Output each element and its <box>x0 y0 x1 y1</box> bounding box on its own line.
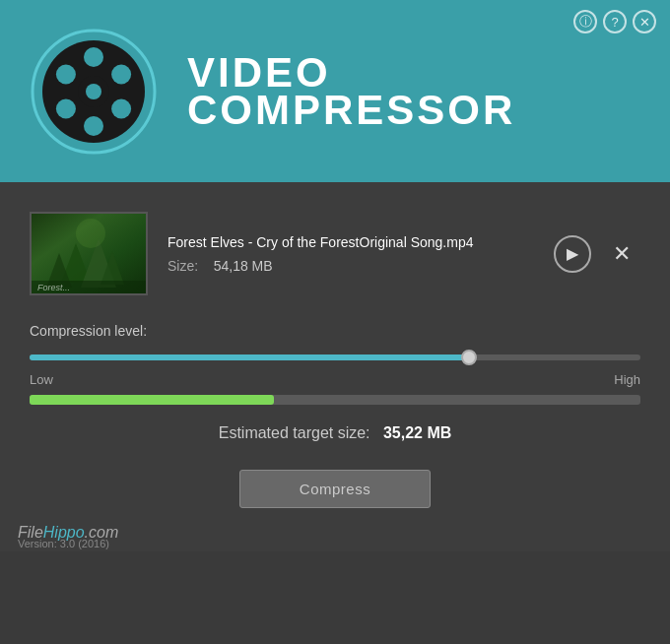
high-label: High <box>614 372 640 387</box>
logo-area: VIDEO COMPRESSOR <box>30 28 515 156</box>
compression-label: Compression level: <box>30 323 640 339</box>
svg-point-8 <box>56 98 76 118</box>
close-button[interactable]: ✕ <box>633 10 656 33</box>
play-button[interactable]: ▶ <box>554 235 591 273</box>
help-button[interactable]: ? <box>603 10 627 33</box>
estimated-size: Estimated target size: 35,22 MB <box>30 424 640 442</box>
compression-bar <box>30 395 640 405</box>
slider-labels: Low High <box>30 372 640 387</box>
play-icon: ▶ <box>567 244 578 263</box>
slider-thumb[interactable] <box>461 350 477 365</box>
svg-point-3 <box>84 47 103 67</box>
window-controls: ⓘ ? ✕ <box>573 10 656 33</box>
estimated-value: 35,22 MB <box>383 424 451 441</box>
svg-point-17 <box>76 219 105 248</box>
film-reel-logo <box>30 28 158 156</box>
svg-point-5 <box>111 64 131 84</box>
close-icon: ✕ <box>639 15 650 30</box>
compression-slider[interactable] <box>30 349 640 366</box>
slider-fill <box>30 354 469 360</box>
remove-icon: ✕ <box>613 241 631 267</box>
svg-point-10 <box>86 84 101 99</box>
video-thumbnail: Forest... <box>30 212 148 295</box>
main-content: Forest... Forest Elves - Cry of the Fore… <box>0 182 670 551</box>
file-actions: ▶ ✕ <box>554 235 640 273</box>
low-label: Low <box>30 372 53 387</box>
app-title: VIDEO COMPRESSOR <box>187 52 515 131</box>
svg-point-4 <box>84 116 103 136</box>
file-name: Forest Elves - Cry of the ForestOriginal… <box>168 234 534 250</box>
version-text: Version: 3.0 (2016) <box>18 538 109 549</box>
file-info: Forest Elves - Cry of the ForestOriginal… <box>168 234 534 274</box>
info-icon: ⓘ <box>579 13 592 31</box>
file-size-row: Size: 54,18 MB <box>168 258 534 274</box>
compression-bar-fill <box>30 395 274 405</box>
svg-point-6 <box>56 64 76 84</box>
compress-button-container: Compress <box>30 470 640 508</box>
footer: FileHippo.com Version: 3.0 (2016) <box>18 524 670 542</box>
help-icon: ? <box>611 15 618 30</box>
info-button[interactable]: ⓘ <box>573 10 597 33</box>
svg-text:Forest...: Forest... <box>37 283 70 292</box>
estimated-label: Estimated target size: <box>219 424 370 441</box>
app-header: ⓘ ? ✕ <box>0 0 670 182</box>
svg-point-7 <box>111 98 131 118</box>
compress-button[interactable]: Compress <box>239 470 431 508</box>
size-label: Size: <box>168 258 198 274</box>
remove-button[interactable]: ✕ <box>603 235 640 273</box>
file-row: Forest... Forest Elves - Cry of the Fore… <box>30 212 640 295</box>
compression-section: Compression level: Low High <box>30 323 640 405</box>
size-value: 54,18 MB <box>214 258 273 274</box>
app-title-compressor: COMPRESSOR <box>187 90 515 131</box>
